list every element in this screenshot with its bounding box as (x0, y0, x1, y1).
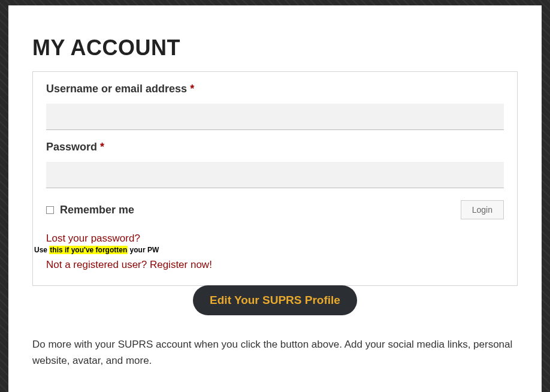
password-label: Password * (46, 141, 504, 153)
login-button[interactable]: Login (461, 200, 504, 219)
description-text: Do more with your SUPRS account when you… (32, 336, 518, 369)
highlight-note: Use this if you've forgotten your PW (34, 246, 504, 254)
page-container: MY ACCOUNT Username or email address * P… (8, 5, 542, 392)
remember-label: Remember me (60, 204, 134, 216)
remember-row: Remember me Login (46, 200, 504, 219)
edit-profile-button[interactable]: Edit Your SUPRS Profile (193, 285, 357, 315)
username-label-text: Username or email address (46, 83, 190, 95)
remember-left: Remember me (46, 204, 134, 216)
highlight-note-highlighted: this if you've forgotten (49, 246, 128, 254)
password-input[interactable] (46, 162, 504, 188)
login-form: Username or email address * Password * R… (32, 71, 518, 286)
username-label: Username or email address * (46, 83, 504, 95)
required-asterisk: * (100, 141, 104, 153)
highlight-note-part1: Use (34, 246, 49, 254)
highlight-note-part2: your PW (128, 246, 159, 254)
edit-profile-wrap: Edit Your SUPRS Profile (32, 286, 518, 316)
password-label-text: Password (46, 141, 100, 153)
page-title: MY ACCOUNT (32, 35, 518, 61)
remember-checkbox[interactable] (46, 206, 54, 214)
password-row: Password * (46, 141, 504, 188)
username-input[interactable] (46, 104, 504, 130)
register-link[interactable]: Not a registered user? Register now! (46, 259, 212, 271)
lost-password-link[interactable]: Lost your password? (46, 233, 140, 245)
required-asterisk: * (190, 83, 194, 95)
username-row: Username or email address * (46, 83, 504, 130)
